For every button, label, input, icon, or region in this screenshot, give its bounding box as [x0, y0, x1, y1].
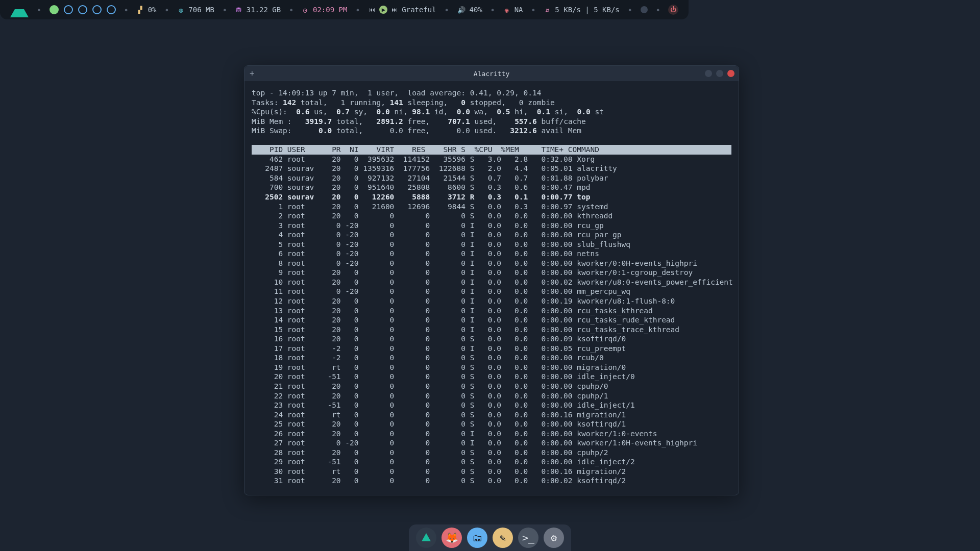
dock-app-settings[interactable]: ⚙ — [544, 528, 564, 548]
minimize-button[interactable] — [705, 70, 712, 77]
chart-icon: ▞ — [137, 6, 144, 14]
dock-app-editor[interactable]: ✎ — [493, 528, 513, 548]
cpu-value: 0% — [148, 6, 157, 14]
volume-value: 40% — [470, 6, 482, 14]
separator-dot: ● — [166, 8, 168, 12]
volume-module[interactable]: 🔊40% — [453, 6, 486, 14]
clock-value: 02:09 PM — [313, 6, 347, 14]
separator-dot: ● — [125, 8, 128, 12]
separator-dot: ● — [629, 8, 631, 12]
network-value: 5 KB/s | 5 KB/s — [555, 6, 619, 14]
window-titlebar[interactable]: + Alacritty — [244, 66, 739, 81]
separator-dot: ● — [290, 8, 292, 12]
terminal-output[interactable]: top - 14:09:13 up 7 min, 1 user, load av… — [244, 81, 739, 495]
memory-icon: ◍ — [177, 6, 184, 14]
window-title: Alacritty — [244, 70, 739, 78]
volume-icon: 🔊 — [457, 6, 465, 14]
dock-app-files[interactable]: 🗂 — [467, 528, 487, 548]
network-module[interactable]: ⇵5 KB/s | 5 KB/s — [540, 6, 623, 14]
clock-icon: ◷ — [302, 6, 309, 14]
power-button[interactable]: ⏻ — [664, 5, 682, 15]
separator-dot: ● — [446, 8, 448, 12]
status-bar: ● ● ▞0% ● ◍706 MB ● ⛃31.22 GB ● ◷02:09 P… — [0, 0, 689, 19]
separator-dot: ● — [38, 8, 40, 12]
workspace-5[interactable] — [107, 5, 116, 14]
close-button[interactable] — [727, 70, 734, 77]
workspace-switcher[interactable] — [45, 5, 120, 14]
maximize-button[interactable] — [716, 70, 723, 77]
editor-icon: ✎ — [500, 532, 506, 544]
updates-icon: ◉ — [503, 6, 510, 14]
arch-icon — [422, 533, 431, 541]
ram-module[interactable]: ◍706 MB — [173, 6, 218, 14]
updates-module[interactable]: ◉NA — [499, 6, 527, 14]
dock-app-terminal[interactable]: >_ — [518, 528, 538, 548]
separator-dot: ● — [224, 8, 226, 12]
arch-icon — [10, 0, 29, 17]
cpu-module[interactable]: ▞0% — [133, 6, 161, 14]
disk-module[interactable]: ⛃31.22 GB — [231, 6, 285, 14]
workspace-3[interactable] — [78, 5, 87, 14]
window-buttons — [705, 70, 734, 77]
terminal-window: + Alacritty top - 14:09:13 up 7 min, 1 u… — [244, 65, 739, 495]
dock-app-launcher[interactable] — [416, 528, 436, 548]
dock-app-firefox[interactable]: 🦊 — [442, 528, 462, 548]
workspace-1[interactable] — [50, 5, 59, 14]
separator-dot: ● — [532, 8, 535, 12]
tray-icon — [641, 6, 648, 13]
workspace-2[interactable] — [64, 5, 73, 14]
clock-module[interactable]: ◷02:09 PM — [298, 6, 351, 14]
disk-value: 31.22 GB — [247, 6, 281, 14]
tray-indicator[interactable] — [636, 6, 652, 13]
dock: 🦊 🗂 ✎ >_ ⚙ — [409, 524, 571, 551]
firefox-icon: 🦊 — [446, 532, 458, 544]
new-tab-button[interactable]: + — [250, 69, 255, 78]
power-icon: ⏻ — [668, 5, 678, 15]
media-prev-button[interactable]: ⏮ — [368, 6, 376, 14]
arch-menu[interactable] — [6, 1, 33, 18]
media-play-button[interactable]: ▶ — [379, 6, 387, 14]
separator-dot: ● — [492, 8, 494, 12]
media-controls: ⏮ ▶ ⏭ Grateful — [364, 6, 440, 14]
workspace-4[interactable] — [92, 5, 102, 14]
media-next-button[interactable]: ⏭ — [390, 6, 399, 14]
separator-dot: ● — [356, 8, 359, 12]
files-icon: 🗂 — [472, 532, 482, 544]
gear-icon: ⚙ — [551, 532, 557, 544]
separator-dot: ● — [657, 8, 659, 12]
disk-icon: ⛃ — [235, 6, 242, 14]
updates-value: NA — [514, 6, 523, 14]
ram-value: 706 MB — [188, 6, 214, 14]
terminal-icon: >_ — [522, 532, 534, 544]
network-icon: ⇵ — [544, 6, 551, 14]
media-title: Grateful — [402, 6, 436, 14]
